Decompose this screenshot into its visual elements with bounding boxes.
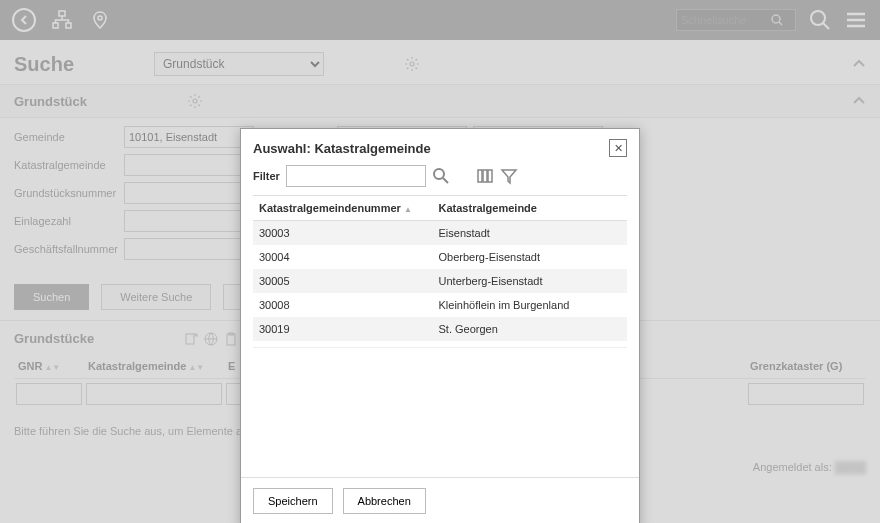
modal-table: Katastralgemeindenummer ▲ Katastralgemei… bbox=[253, 195, 627, 341]
search-icon[interactable] bbox=[432, 167, 450, 185]
col-nr[interactable]: Katastralgemeindenummer ▲ bbox=[253, 196, 433, 221]
filter-label: Filter bbox=[253, 170, 280, 182]
table-row[interactable]: 30008Kleinhöflein im Burgenland bbox=[253, 293, 627, 317]
save-button[interactable]: Speichern bbox=[253, 488, 333, 514]
table-row[interactable]: 30005Unterberg-Eisenstadt bbox=[253, 269, 627, 293]
svg-point-12 bbox=[434, 169, 444, 179]
columns-icon[interactable] bbox=[476, 167, 494, 185]
svg-rect-13 bbox=[478, 170, 482, 182]
close-icon[interactable]: ✕ bbox=[609, 139, 627, 157]
funnel-icon[interactable] bbox=[500, 167, 518, 185]
table-row[interactable]: 30003Eisenstadt bbox=[253, 221, 627, 246]
table-row[interactable]: 30004Oberberg-Eisenstadt bbox=[253, 245, 627, 269]
cancel-button[interactable]: Abbrechen bbox=[343, 488, 426, 514]
modal-title: Auswahl: Katastralgemeinde bbox=[253, 141, 431, 156]
col-name[interactable]: Katastralgemeinde bbox=[433, 196, 627, 221]
svg-rect-15 bbox=[488, 170, 492, 182]
table-row[interactable]: 30019St. Georgen bbox=[253, 317, 627, 341]
modal-katastralgemeinde: Auswahl: Katastralgemeinde ✕ Filter Kata… bbox=[240, 128, 640, 523]
filter-input[interactable] bbox=[286, 165, 426, 187]
svg-rect-14 bbox=[483, 170, 487, 182]
